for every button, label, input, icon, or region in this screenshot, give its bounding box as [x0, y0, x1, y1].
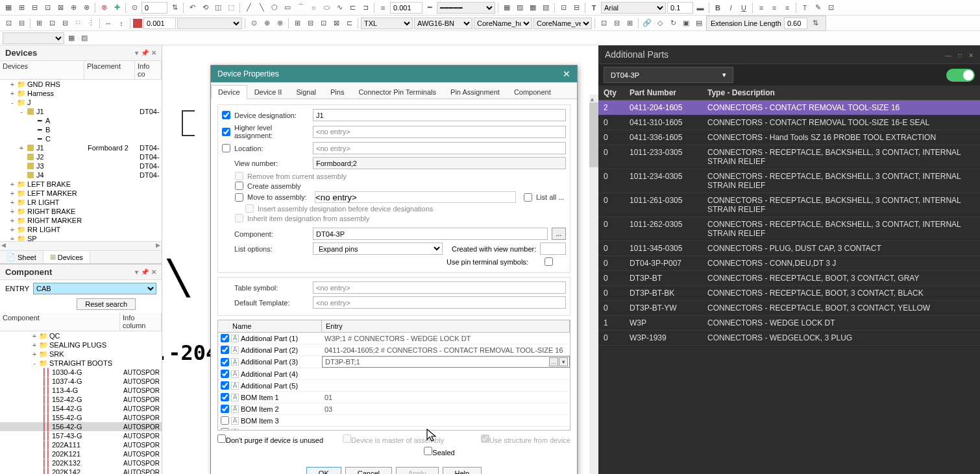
- tool-icon[interactable]: ⊟: [16, 18, 27, 29]
- tool-icon[interactable]: ↶: [186, 2, 198, 14]
- prop-checkbox[interactable]: [221, 405, 229, 413]
- grid-icon[interactable]: ⊡: [46, 18, 58, 29]
- add-icon[interactable]: ✚: [111, 2, 123, 14]
- tool-icon[interactable]: ◫: [212, 2, 224, 14]
- expander-icon[interactable]: +: [9, 180, 16, 188]
- tree-row[interactable]: ━B: [0, 125, 162, 134]
- circle-icon[interactable]: ○: [308, 2, 319, 14]
- lineweight-icon[interactable]: ≡: [377, 2, 389, 14]
- move-assembly-input[interactable]: [315, 191, 516, 203]
- tool-icon[interactable]: ⊟: [29, 2, 40, 14]
- tab-signal[interactable]: Signal: [289, 85, 323, 99]
- expander-icon[interactable]: +: [31, 341, 38, 349]
- tool-icon[interactable]: ◇: [654, 18, 666, 29]
- tool-icon[interactable]: ⊡: [317, 18, 329, 29]
- property-row[interactable]: AAdditional Part (3)DT3P-BT;1...▾: [218, 356, 570, 368]
- maximize-icon[interactable]: □: [958, 52, 962, 59]
- lineweight-input[interactable]: [390, 2, 423, 14]
- tool-icon[interactable]: ▨: [79, 32, 90, 44]
- property-row[interactable]: AAdditional Part (2)0411-204-1605;2 # CO…: [218, 344, 570, 356]
- tree-row[interactable]: +J1Formboard 2DT04-: [0, 143, 162, 152]
- grid-icon[interactable]: ⊟: [59, 18, 71, 29]
- grid-icon[interactable]: ⊞: [33, 18, 45, 29]
- spinner-icon[interactable]: ⇅: [810, 18, 822, 29]
- location-checkbox[interactable]: [222, 144, 230, 152]
- tree-row[interactable]: ⎮⎮202K121AUTOSPOR: [0, 449, 162, 458]
- apply-button[interactable]: Apply: [396, 467, 439, 474]
- refresh-icon[interactable]: ↻: [667, 18, 679, 29]
- link-icon[interactable]: 🔗: [641, 18, 653, 29]
- property-row[interactable]: ABOM Item 101: [218, 392, 570, 403]
- fontsize-input[interactable]: [667, 2, 693, 14]
- prop-checkbox[interactable]: [221, 346, 229, 354]
- linetype-select[interactable]: ━━━━━: [437, 2, 495, 14]
- tree-row[interactable]: ⎮⎮1030-4-GAUTOSPOR: [0, 368, 162, 377]
- tab-component[interactable]: Component: [507, 85, 558, 99]
- dev-desig-input[interactable]: [313, 109, 566, 121]
- property-row[interactable]: ABOM Item 203: [218, 403, 570, 415]
- tab-device2[interactable]: Device II: [247, 85, 289, 99]
- parts-row[interactable]: 0DT3P-BTCONNECTORS - RECEPTACLE, BOOT, 3…: [598, 271, 980, 286]
- dropdown-button[interactable]: ▾: [559, 357, 568, 366]
- tab-pin-assignment[interactable]: Pin Assignment: [443, 85, 507, 99]
- tree-row[interactable]: +📁GND RHS: [0, 80, 162, 89]
- layer-icon[interactable]: ▨: [514, 2, 526, 14]
- tool-icon[interactable]: ⊠: [330, 18, 342, 29]
- tree-row[interactable]: +📁RR LIGHT: [0, 225, 162, 234]
- dialog-titlebar[interactable]: Device Properties ✕: [211, 65, 577, 82]
- property-row[interactable]: AAdditional Part (4): [218, 368, 570, 380]
- expander-icon[interactable]: +: [31, 350, 38, 358]
- component-input[interactable]: [313, 228, 548, 240]
- parts-row[interactable]: 01011-261-0305CONNECTORS - RECEPTACLE, B…: [598, 193, 980, 217]
- gauge-select[interactable]: AWG16-BN: [414, 18, 472, 29]
- expander-icon[interactable]: +: [18, 144, 25, 152]
- ellipse-icon[interactable]: ⬭: [321, 2, 332, 14]
- spline-icon[interactable]: ∿: [334, 2, 345, 14]
- reset-search-button[interactable]: Reset search: [77, 298, 136, 310]
- tool-icon[interactable]: ✎: [812, 2, 824, 14]
- minimize-icon[interactable]: —: [945, 52, 951, 59]
- property-row[interactable]: AAdditional Part (1)W3P;1 # CONNECTORS -…: [218, 333, 570, 344]
- parts-row[interactable]: 01011-262-0305CONNECTORS - RECEPTACLE, B…: [598, 217, 980, 241]
- ext-line-input[interactable]: [784, 18, 807, 29]
- tool-icon[interactable]: ⊏: [347, 2, 358, 14]
- wire-type-select[interactable]: TXL: [361, 18, 413, 29]
- expander-icon[interactable]: +: [31, 332, 38, 340]
- prop-checkbox[interactable]: [221, 428, 229, 430]
- polygon-icon[interactable]: ⬠: [269, 2, 280, 14]
- cancel-button[interactable]: Cancel: [345, 467, 392, 474]
- higher-level-checkbox[interactable]: [222, 128, 230, 136]
- tool-icon[interactable]: ⊡: [557, 2, 569, 14]
- expander-icon[interactable]: +: [9, 226, 16, 233]
- prop-checkbox[interactable]: [221, 334, 229, 342]
- tab-devices[interactable]: ⊞Devices: [43, 251, 90, 263]
- snap-icon[interactable]: ⊗: [274, 18, 286, 29]
- prop-checkbox[interactable]: [221, 381, 229, 390]
- move-assembly-checkbox[interactable]: [235, 193, 243, 202]
- tab-pins[interactable]: Pins: [323, 85, 351, 99]
- tool-icon[interactable]: ▤: [693, 18, 705, 29]
- tool-icon[interactable]: ⊟: [611, 18, 622, 29]
- corename-v-select[interactable]: CoreName_verti: [533, 18, 592, 29]
- expander-icon[interactable]: +: [9, 189, 16, 197]
- viewnum-input[interactable]: [313, 157, 566, 169]
- text-icon[interactable]: T: [588, 2, 600, 14]
- prop-checkbox[interactable]: [221, 393, 229, 401]
- browse-button[interactable]: ...: [549, 357, 558, 366]
- tree-row[interactable]: +📁Harness: [0, 89, 162, 98]
- tool-icon[interactable]: ⊡: [3, 18, 14, 29]
- snap-icon[interactable]: ⊕: [261, 18, 273, 29]
- scroll-left-icon[interactable]: ◀: [1, 242, 6, 250]
- component-browse-button[interactable]: ...: [552, 228, 566, 240]
- parts-row[interactable]: 20411-204-1605CONNECTORS - CONTACT REMOV…: [598, 101, 980, 115]
- target-icon[interactable]: ⊙: [129, 2, 140, 14]
- expander-icon[interactable]: +: [9, 89, 16, 97]
- close-icon[interactable]: ✕: [151, 49, 156, 56]
- dontpurge-checkbox[interactable]: [217, 434, 226, 443]
- toggle-switch[interactable]: [946, 69, 975, 82]
- expander-icon[interactable]: +: [9, 198, 16, 206]
- layer-select-2[interactable]: [3, 32, 64, 44]
- tree-row[interactable]: J2DT04-: [0, 152, 162, 161]
- tree-row[interactable]: +📁LEFT BRAKE: [0, 180, 162, 189]
- sealed-checkbox[interactable]: [424, 447, 432, 455]
